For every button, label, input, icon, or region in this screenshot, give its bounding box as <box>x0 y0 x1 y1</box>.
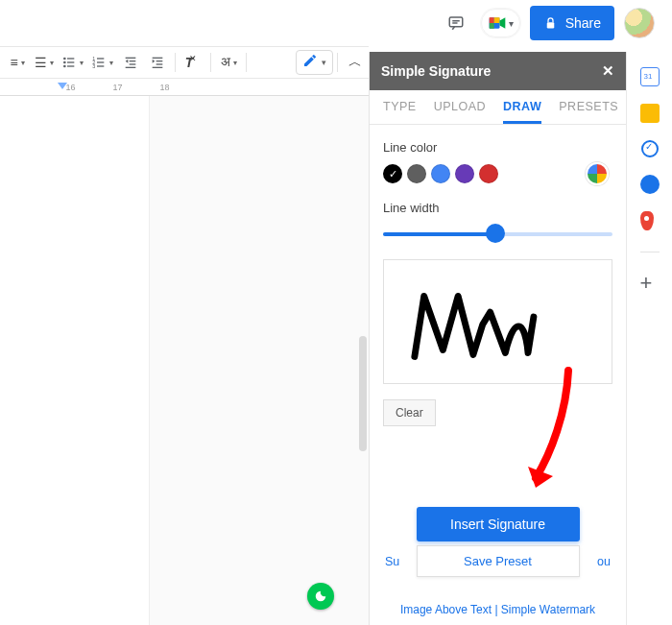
explore-button[interactable] <box>307 583 334 610</box>
tab-upload[interactable]: UPLOAD <box>434 100 486 124</box>
decrease-indent-button[interactable] <box>117 50 144 75</box>
document-page[interactable] <box>149 96 369 625</box>
panel-header: Simple Signature ✕ <box>370 52 626 90</box>
separator <box>175 53 176 72</box>
panel-tabs: TYPE UPLOAD DRAW PRESETS <box>370 90 626 125</box>
input-tools-label: अ <box>221 55 230 70</box>
editing-mode-button[interactable]: ▾ <box>296 50 333 75</box>
increase-indent-button[interactable] <box>144 50 171 75</box>
share-button-label: Share <box>565 15 601 31</box>
app-header: ▾ Share <box>0 0 672 46</box>
get-addons-button[interactable]: + <box>640 274 660 293</box>
signature-canvas[interactable] <box>383 259 612 384</box>
linespacing-icon: ☰ <box>35 55 47 70</box>
svg-rect-22 <box>130 63 136 64</box>
svg-rect-5 <box>489 23 493 29</box>
meet-button[interactable]: ▾ <box>481 9 520 37</box>
keep-icon[interactable] <box>640 104 660 123</box>
svg-rect-11 <box>67 61 74 62</box>
clear-button[interactable]: Clear <box>383 399 436 426</box>
svg-rect-4 <box>489 17 493 23</box>
google-meet-icon <box>488 13 507 33</box>
panel-title: Simple Signature <box>381 63 491 79</box>
align-icon: ≡ <box>10 55 17 70</box>
swatch-blue[interactable] <box>431 164 450 183</box>
svg-rect-19 <box>97 65 104 66</box>
separator <box>210 53 211 72</box>
line-color-label: Line color <box>383 140 612 155</box>
collapse-panel-button[interactable]: ︿ <box>342 50 369 75</box>
ruler-tick: 18 <box>141 83 188 92</box>
svg-rect-23 <box>126 67 136 68</box>
comments-icon[interactable] <box>441 8 471 38</box>
line-width-label: Line width <box>383 201 612 215</box>
linespacing-menu[interactable]: ☰ <box>31 50 58 75</box>
slider-fill <box>383 232 495 236</box>
ruler[interactable]: 16 17 18 <box>0 79 369 96</box>
svg-rect-13 <box>67 65 74 66</box>
separator <box>337 53 338 72</box>
calendar-icon[interactable] <box>640 67 660 86</box>
svg-rect-17 <box>97 61 104 62</box>
numbered-list-icon: 123 <box>91 55 107 70</box>
svg-rect-24 <box>153 58 163 59</box>
svg-rect-0 <box>449 17 463 27</box>
align-menu[interactable]: ≡ <box>4 50 31 75</box>
chevron-down-icon: ▾ <box>509 18 514 29</box>
toolbar: ≡ ☰ 123 T✕ अ ▾ ︿ <box>0 46 369 79</box>
ruler-tick: 16 <box>47 83 94 92</box>
svg-rect-21 <box>130 60 136 61</box>
share-button[interactable]: Share <box>530 6 614 40</box>
bulleted-list-menu[interactable] <box>58 50 87 75</box>
avatar[interactable] <box>624 8 655 38</box>
svg-rect-26 <box>156 63 163 64</box>
save-preset-button[interactable]: Save Preset <box>417 545 580 577</box>
color-swatches <box>383 162 612 185</box>
svg-rect-7 <box>546 22 554 28</box>
svg-rect-20 <box>126 58 136 59</box>
swatch-black[interactable] <box>383 164 402 183</box>
signature-drawing <box>384 260 612 383</box>
maps-icon[interactable] <box>640 211 660 230</box>
swatch-purple[interactable] <box>455 164 474 183</box>
document-area <box>0 96 369 625</box>
svg-rect-6 <box>493 17 499 23</box>
tab-presets[interactable]: PRESETS <box>559 100 618 124</box>
bulleted-list-icon <box>61 55 77 70</box>
support-text-right: ou <box>597 555 611 568</box>
custom-color-button[interactable] <box>586 162 609 185</box>
support-text-left: Su <box>385 555 399 568</box>
numbered-list-menu[interactable]: 123 <box>87 50 117 75</box>
chevron-up-icon: ︿ <box>348 54 362 71</box>
svg-point-12 <box>63 65 66 68</box>
ruler-tick: 17 <box>94 83 141 92</box>
side-panel: + <box>626 52 672 625</box>
side-panel-divider <box>640 252 660 252</box>
link-image-above-text[interactable]: Image Above Text <box>400 603 492 616</box>
svg-rect-9 <box>67 58 74 59</box>
tab-draw[interactable]: DRAW <box>503 100 541 124</box>
pencil-icon <box>302 53 318 72</box>
link-simple-watermark[interactable]: Simple Watermark <box>501 603 595 616</box>
input-tools-menu[interactable]: अ <box>215 50 242 75</box>
chevron-down-icon: ▾ <box>322 58 326 67</box>
slider-knob[interactable] <box>487 225 504 242</box>
swatch-grey[interactable] <box>407 164 426 183</box>
ruler-indent-marker[interactable] <box>58 83 67 89</box>
contacts-icon[interactable] <box>640 175 660 194</box>
svg-text:3: 3 <box>92 63 95 69</box>
close-icon[interactable]: ✕ <box>602 62 614 80</box>
addon-panel: Simple Signature ✕ TYPE UPLOAD DRAW PRES… <box>369 52 626 625</box>
tasks-icon[interactable] <box>641 140 659 157</box>
tab-type[interactable]: TYPE <box>383 100 417 124</box>
svg-rect-27 <box>153 67 163 68</box>
svg-point-8 <box>63 58 66 60</box>
swatch-red[interactable] <box>479 164 498 183</box>
svg-point-10 <box>63 61 66 64</box>
moon-icon <box>314 589 327 603</box>
insert-signature-button[interactable]: Insert Signature <box>417 507 580 541</box>
clear-formatting-button[interactable]: T✕ <box>180 50 206 75</box>
line-width-slider[interactable] <box>383 223 612 246</box>
svg-rect-25 <box>156 60 163 61</box>
scrollbar-thumb[interactable] <box>359 336 367 451</box>
